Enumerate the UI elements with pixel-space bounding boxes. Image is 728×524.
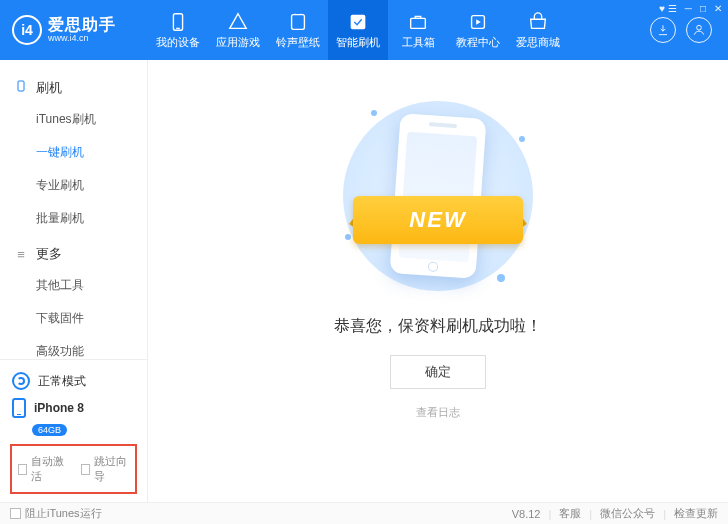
window-controls: ♥ ☰ ─ □ ✕ [659, 3, 722, 14]
phone-outline-icon [14, 78, 28, 97]
ring-icon [287, 11, 309, 33]
checkbox-icon [10, 508, 21, 519]
view-log-link[interactable]: 查看日志 [416, 405, 460, 420]
version-label: V8.12 [512, 508, 541, 520]
checkbox-icon [81, 464, 90, 475]
success-message: 恭喜您，保资料刷机成功啦！ [334, 316, 542, 337]
minimize-icon[interactable]: ─ [685, 3, 692, 14]
devices-icon [167, 11, 189, 33]
more-icon: ≡ [14, 247, 28, 262]
auto-activate-checkbox[interactable]: 自动激活 [18, 454, 67, 484]
svg-rect-2 [292, 14, 305, 29]
nav-store[interactable]: 爱思商城 [508, 0, 568, 60]
svg-rect-7 [18, 81, 24, 91]
sidebar-item-batch[interactable]: 批量刷机 [0, 202, 147, 235]
footer-link-update[interactable]: 检查更新 [674, 506, 718, 521]
svg-rect-3 [351, 14, 366, 29]
device-mode[interactable]: 正常模式 [10, 368, 137, 394]
ok-button[interactable]: 确定 [390, 355, 486, 389]
phone-icon [12, 398, 26, 418]
footer-link-wechat[interactable]: 微信公众号 [600, 506, 655, 521]
device-mode-label: 正常模式 [38, 373, 86, 390]
maximize-icon[interactable]: □ [700, 3, 706, 14]
store-icon [527, 11, 549, 33]
flash-options-highlight: 自动激活 跳过向导 [10, 444, 137, 494]
nav-flash[interactable]: 智能刷机 [328, 0, 388, 60]
block-itunes-checkbox[interactable]: 阻止iTunes运行 [10, 506, 102, 521]
brand-title: 爱思助手 [48, 16, 116, 34]
device-name: iPhone 8 [34, 401, 84, 415]
auto-activate-label: 自动激活 [31, 454, 66, 484]
account-button[interactable] [686, 17, 712, 43]
nav-devices[interactable]: 我的设备 [148, 0, 208, 60]
status-bar: 阻止iTunes运行 V8.12 | 客服 | 微信公众号 | 检查更新 [0, 502, 728, 524]
new-ribbon-icon: NEW [353, 196, 523, 244]
flash-icon [347, 11, 369, 33]
sidebar-item-adv[interactable]: 高级功能 [0, 335, 147, 359]
top-nav: 我的设备应用游戏铃声壁纸智能刷机工具箱教程中心爱思商城 [148, 0, 650, 60]
download-button[interactable] [650, 17, 676, 43]
apps-icon [227, 11, 249, 33]
skip-guide-label: 跳过向导 [94, 454, 129, 484]
sidebar-item-onekey[interactable]: 一键刷机 [0, 136, 147, 169]
app-header: ♥ ☰ ─ □ ✕ i4 爱思助手 www.i4.cn 我的设备应用游戏铃声壁纸… [0, 0, 728, 60]
settings-icon[interactable]: ♥ ☰ [659, 3, 677, 14]
sidebar: 刷机iTunes刷机一键刷机专业刷机批量刷机≡更多其他工具下载固件高级功能 正常… [0, 60, 148, 502]
skip-guide-checkbox[interactable]: 跳过向导 [81, 454, 130, 484]
svg-rect-4 [411, 18, 426, 28]
main-content: NEW 恭喜您，保资料刷机成功啦！ 确定 查看日志 [148, 60, 728, 502]
nav-ring[interactable]: 铃声壁纸 [268, 0, 328, 60]
svg-point-6 [697, 25, 702, 30]
device-capacity-badge: 64GB [32, 424, 67, 436]
block-itunes-label: 阻止iTunes运行 [25, 506, 102, 521]
sidebar-group-刷机: 刷机 [0, 68, 147, 103]
tools-icon [407, 11, 429, 33]
footer-link-support[interactable]: 客服 [559, 506, 581, 521]
close-icon[interactable]: ✕ [714, 3, 722, 14]
brand: i4 爱思助手 www.i4.cn [0, 15, 148, 45]
nav-tools[interactable]: 工具箱 [388, 0, 448, 60]
nav-tutorial[interactable]: 教程中心 [448, 0, 508, 60]
sidebar-group-更多: ≡更多 [0, 235, 147, 269]
sidebar-item-pro[interactable]: 专业刷机 [0, 169, 147, 202]
nav-apps[interactable]: 应用游戏 [208, 0, 268, 60]
sidebar-item-fw[interactable]: 下载固件 [0, 302, 147, 335]
refresh-icon [12, 372, 30, 390]
sidebar-item-itunes[interactable]: iTunes刷机 [0, 103, 147, 136]
success-illustration: NEW [323, 96, 553, 296]
device-row[interactable]: iPhone 8 [10, 394, 137, 422]
brand-subtitle: www.i4.cn [48, 34, 116, 44]
checkbox-icon [18, 464, 27, 475]
sidebar-item-other[interactable]: 其他工具 [0, 269, 147, 302]
tutorial-icon [467, 11, 489, 33]
brand-logo-icon: i4 [12, 15, 42, 45]
